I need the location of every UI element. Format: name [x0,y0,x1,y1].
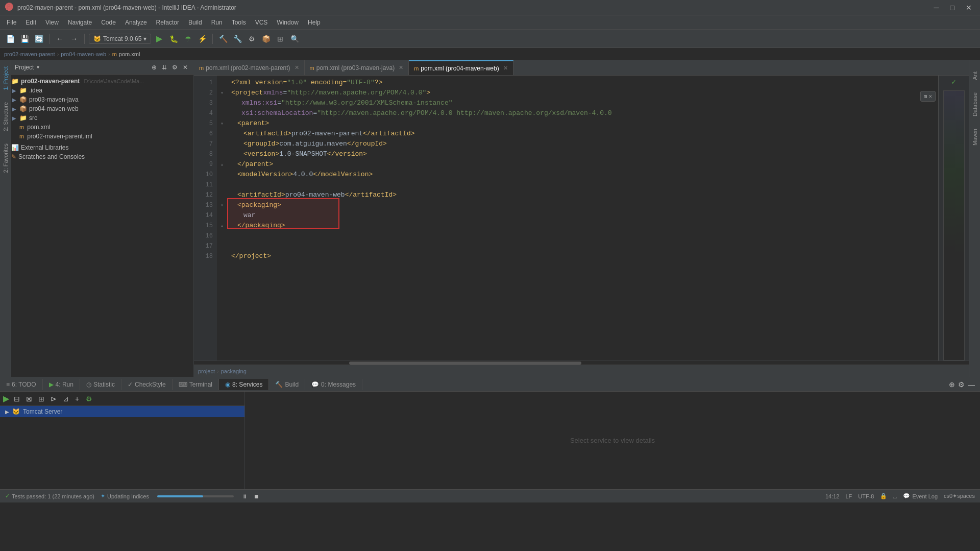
layout-button[interactable]: ⊞ [274,33,286,45]
menu-window[interactable]: Window [273,17,303,28]
panel-expand-button[interactable]: ⊕ [949,380,955,389]
fold-icon-9[interactable]: ▴ [220,161,224,167]
panel-settings-button[interactable]: ⚙ [958,380,965,389]
menu-file[interactable]: File [3,17,20,28]
tomcat-server-item[interactable]: ▶ 🐱 Tomcat Server [0,406,244,417]
services-filter-button[interactable]: ⊳ [49,394,58,404]
sync-button[interactable]: 🔄 [33,33,45,45]
sidebar-dropdown-icon[interactable]: ▾ [37,64,39,70]
code-content[interactable]: <?xml version="1.0" encoding="UTF-8"?> <… [227,76,938,361]
menu-help[interactable]: Help [304,17,325,28]
left-tab-project[interactable]: 1: Project [1,60,10,96]
build-button[interactable]: 🔨 [217,33,229,45]
right-tab-ant[interactable]: Ant [970,65,979,86]
menu-vcs[interactable]: VCS [251,17,272,28]
path-packaging[interactable]: packaging [221,368,247,374]
services-add-button[interactable]: + [74,394,81,404]
debug-button[interactable]: 🐛 [167,33,180,45]
services-run-button[interactable]: ▶ [3,394,9,403]
tree-src[interactable]: ▶ 📁 src [0,113,193,123]
fold-icon-2[interactable]: ▾ [220,90,224,96]
services-align-left-button[interactable]: ⊟ [12,394,21,404]
menu-view[interactable]: View [41,17,63,28]
menu-code[interactable]: Code [97,17,120,28]
sidebar-settings-button[interactable]: ⚙ [170,63,179,71]
tree-idea[interactable]: ▶ 📁 .idea [0,86,193,95]
tomcat-expand-icon[interactable]: ▶ [5,409,9,415]
stop-progress-button[interactable]: ⏹ [254,493,259,499]
breadcrumb-part1[interactable]: pro02-maven-parent [4,51,55,57]
forward-button[interactable]: → [68,33,80,45]
space-label[interactable]: cs0✦spaces [944,493,975,499]
rebuild-button[interactable]: 🔧 [231,33,243,45]
bottom-tab-todo[interactable]: ≡ 6: TODO [0,379,43,390]
bottom-tab-run[interactable]: ▶ 4: Run [43,379,80,390]
tree-scratches[interactable]: ▶ ✎ Scratches and Consoles [0,152,193,161]
new-file-button[interactable]: 📄 [4,33,16,45]
event-log-button[interactable]: 💬 Event Log [903,493,938,499]
menu-tools[interactable]: Tools [228,17,250,28]
editor-scrollbar-thumb[interactable] [349,362,581,365]
run-button[interactable]: ▶ [153,33,165,45]
services-align-right-button[interactable]: ⊠ [24,394,34,404]
bottom-tab-build[interactable]: 🔨 Build [269,379,305,390]
panel-hide-button[interactable]: — [968,380,975,389]
pause-progress-button[interactable]: ⏸ [242,493,248,499]
menu-run[interactable]: Run [207,17,227,28]
tree-root[interactable]: ▾ 📁 pro02-maven-parent D:\code\JavaCode\… [0,77,193,86]
tab-pro04-pom[interactable]: m pom.xml (pro04-maven-web) ✕ [409,60,513,75]
collapse-all-button[interactable]: ⇊ [160,63,168,71]
tree-external-libs[interactable]: ▶ 📊 External Libraries [0,143,193,152]
tab2-close[interactable]: ✕ [399,64,403,71]
left-tab-structure[interactable]: 2: Structure [1,96,10,137]
close-button[interactable]: ✕ [963,3,975,13]
tab3-close[interactable]: ✕ [503,65,508,71]
indent-indicator[interactable]: ⎵ [893,493,897,499]
line-sep-indicator[interactable]: LF [845,493,852,499]
bottom-tab-services[interactable]: ◉ 8: Services [219,379,269,390]
settings-button[interactable]: ⚙ [246,33,258,45]
code-editor[interactable]: 1 2 3 4 5 6 7 8 9 10 11 12 13 14 15 16 1… [194,76,969,361]
services-grid-button[interactable]: ⊞ [37,394,46,404]
encoding-indicator[interactable]: UTF-8 [858,493,874,499]
bottom-tab-messages[interactable]: 💬 0: Messages [305,379,362,390]
menu-refactor[interactable]: Refactor [152,17,183,28]
bottom-tab-statistic[interactable]: ◷ Statistic [80,379,121,390]
breadcrumb-part3[interactable]: pom.xml [119,51,140,57]
tree-iml[interactable]: m pro02-maven-parent.iml [0,132,193,141]
menu-navigate[interactable]: Navigate [64,17,96,28]
external-tools-button[interactable]: 📦 [260,33,272,45]
ai-close[interactable]: ✕ [928,93,932,100]
editor-scrollbar-h[interactable] [194,361,969,365]
tree-pom[interactable]: m pom.xml [0,123,193,132]
minimize-button[interactable]: ─ [931,3,942,13]
tree-pro04[interactable]: ▶ 📦 pro04-maven-web [0,104,193,113]
tab-pro02-pom[interactable]: m pom.xml (pro02-maven-parent) ✕ [194,60,305,75]
coverage-button[interactable]: ☂ [182,33,194,45]
right-tab-database[interactable]: Database [970,86,979,123]
breadcrumb-part2[interactable]: pro04-maven-web [61,51,106,57]
test-result[interactable]: ✓ Tests passed: 1 (22 minutes ago) [5,493,94,499]
tree-pro03[interactable]: ▶ 📦 pro03-maven-java [0,95,193,104]
fold-icon-13[interactable]: ▾ [220,202,224,208]
right-tab-maven[interactable]: Maven [970,123,979,152]
path-project[interactable]: project [198,368,215,374]
tab1-close[interactable]: ✕ [295,64,299,71]
save-button[interactable]: 💾 [18,33,31,45]
fold-icon-5[interactable]: ▾ [220,121,224,127]
tab-pro03-pom[interactable]: m pom.xml (pro03-maven-java) ✕ [305,60,409,75]
menu-build[interactable]: Build [184,17,206,28]
profile-button[interactable]: ⚡ [196,33,208,45]
search-everywhere-button[interactable]: 🔍 [288,33,301,45]
back-button[interactable]: ← [54,33,66,45]
maximize-button[interactable]: □ [947,3,958,13]
sidebar-hide-button[interactable]: ✕ [181,63,189,71]
ai-assist-popup[interactable]: m ✕ [920,91,936,102]
menu-analyze[interactable]: Analyze [121,17,151,28]
fold-icon-15[interactable]: ▴ [220,223,224,229]
menu-edit[interactable]: Edit [21,17,40,28]
run-config-selector[interactable]: 🐱 Tomcat 9.0.65 ▾ [89,34,151,44]
bottom-tab-checkstyle[interactable]: ✓ CheckStyle [121,379,173,390]
locate-file-button[interactable]: ⊕ [150,63,158,71]
left-tab-favorites[interactable]: 2: Favorites [1,137,10,179]
